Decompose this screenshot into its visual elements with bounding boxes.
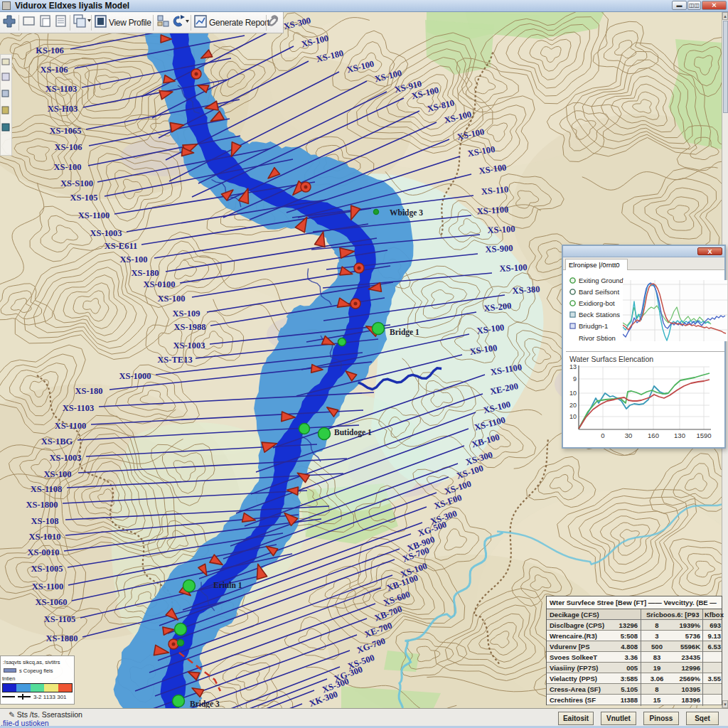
svg-text:Eriuln 1: Eriuln 1 [213,581,242,589]
svg-text:XS-1005: XS-1005 [31,564,63,574]
svg-text:Bridge 3: Bridge 3 [190,700,220,708]
svg-text:XS-100: XS-100 [54,162,82,172]
svg-text:Butidoge 1: Butidoge 1 [334,428,372,437]
svg-text:XS-0100: XS-0100 [143,279,175,289]
svg-text:XS-106: XS-106 [55,142,82,152]
svg-text:Wbidge 3: Wbidge 3 [390,208,423,218]
svg-text:XS-180: XS-180 [132,268,159,278]
svg-text:XS-1003: XS-1003 [173,341,205,350]
svg-text:XS-E611: XS-E611 [105,241,138,251]
svg-text:XS-1880: XS-1880 [46,633,77,643]
svg-text:9: 9 [573,375,577,382]
svg-text:1590: 1590 [696,432,711,439]
svg-text:XS-1010: XS-1010 [28,532,60,542]
svg-text:XS-S100: XS-S100 [60,178,93,188]
svg-text:XS-TE13: XS-TE13 [157,355,192,365]
svg-text:XS-1003: XS-1003 [90,228,122,238]
svg-text:XS-1103: XS-1103 [46,84,77,94]
svg-text:XS-100: XS-100 [158,294,186,304]
svg-text:XS-1105: XS-1105 [44,614,75,624]
svg-text:XS-1108: XS-1108 [31,484,62,494]
svg-text:XS-100: XS-100 [499,262,528,274]
svg-text:30: 30 [625,432,633,439]
svg-text:XS-H03: XS-H03 [48,104,77,114]
svg-text:XS-1065: XS-1065 [49,126,81,136]
svg-text:XS-1100: XS-1100 [55,421,86,431]
svg-text:XS-1100: XS-1100 [32,582,63,592]
svg-text:XS-105: XS-105 [70,193,98,203]
svg-text:XS-106: XS-106 [41,65,68,75]
svg-text:XS-109: XS-109 [173,309,200,318]
svg-text:XS-108: XS-108 [31,516,59,526]
svg-text:XS-1BG: XS-1BG [41,437,73,446]
svg-text:13: 13 [569,364,577,370]
svg-text:130: 130 [674,432,685,439]
svg-text:Bridge 1: Bridge 1 [390,328,419,337]
svg-text:XS-100: XS-100 [44,469,72,479]
svg-text:0: 0 [601,432,604,439]
svg-text:XS-380: XS-380 [512,284,540,296]
svg-text:XS-100: XS-100 [487,224,515,235]
svg-text:XS-180: XS-180 [75,386,103,396]
svg-text:10: 10 [569,413,577,420]
svg-text:KS-106: KS-106 [36,46,64,55]
svg-text:XS-0010: XS-0010 [27,547,59,557]
svg-text:XS-900: XS-900 [485,243,513,255]
svg-text:XS-1003: XS-1003 [49,453,81,463]
svg-text:10: 10 [569,390,577,397]
svg-text:20: 20 [569,402,577,409]
svg-text:XS-1103: XS-1103 [63,403,94,413]
svg-text:XS-100: XS-100 [120,255,148,264]
svg-text:XS-1060: XS-1060 [35,597,67,607]
svg-text:XS-1000: XS-1000 [119,371,151,381]
svg-text:XS-1800: XS-1800 [26,500,58,510]
svg-text:160: 160 [648,432,659,439]
svg-text:XS-1988: XS-1988 [173,322,205,332]
svg-text:XS-1100: XS-1100 [78,210,109,220]
